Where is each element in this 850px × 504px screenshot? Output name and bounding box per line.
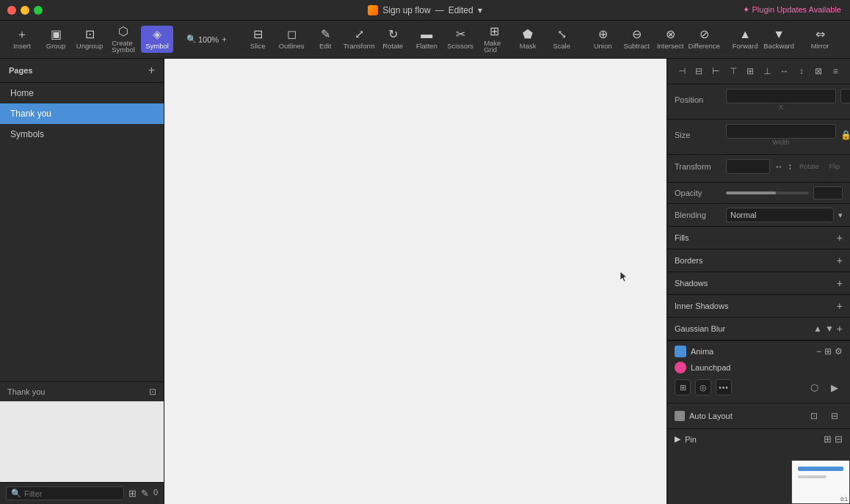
position-y-input[interactable] [840,89,850,103]
filter-input[interactable] [24,489,119,498]
pin-chevron[interactable]: ▶ [675,434,680,444]
align-right-button[interactable]: ⊢ [708,63,724,79]
toolbar-backward[interactable]: ▼ Backward [763,26,795,53]
page-item-home[interactable]: Home [0,83,164,103]
toolbar-ungroup[interactable]: ⊡ Ungroup [73,26,106,53]
title-chevron-icon[interactable]: ▾ [478,5,482,15]
launchpad-btn-1[interactable]: ⊞ [675,379,691,395]
plugin-updates-banner[interactable]: ✦ Plugin Updates Available [743,5,841,15]
toolbar-mask[interactable]: ⬟ Mask [512,26,544,53]
launchpad-header: Launchpad [675,362,843,373]
launchpad-more-btn[interactable]: ••• [716,379,732,395]
toolbar-zoom[interactable]: 🔍 100% ＋ [182,32,233,46]
blending-select[interactable]: Normal Multiply Screen Overlay [726,208,834,222]
size-lock-icon[interactable]: 🔒 [840,130,850,140]
tidy-button[interactable]: ⊠ [810,63,827,79]
opacity-input[interactable] [813,186,843,200]
al-icon2[interactable]: ⊟ [827,408,843,424]
gaussian-stepper-up[interactable]: ▲ [813,324,822,334]
align-left-button[interactable]: ⊣ [674,63,690,79]
toolbar-rotate[interactable]: ↻ Rotate [377,26,409,53]
page-item-symbols[interactable]: Symbols [0,124,164,145]
toolbar-mirror[interactable]: ⇔ Mirror [804,26,836,53]
toolbar-forward[interactable]: ▲ Forward [729,26,761,53]
toolbar-edit[interactable]: ✎ Edit [309,26,341,53]
borders-section-header[interactable]: Borders + [667,249,850,272]
anima-grid-icon[interactable]: ⊞ [824,346,832,357]
launchpad-launch-icon[interactable]: ▶ [827,379,843,395]
anima-icon [675,346,686,357]
opacity-row: Opacity [667,183,850,204]
page-item-thank-you[interactable]: Thank you [0,103,164,124]
align-bottom-button[interactable]: ⊥ [759,63,775,79]
toolbar-expand[interactable]: » [838,31,850,48]
borders-add-icon[interactable]: + [837,255,843,266]
fills-label: Fills [675,233,689,242]
position-label: Position [675,95,722,104]
anima-settings-icon[interactable]: ⚙ [835,346,843,357]
flip-v-icon[interactable]: ↕ [788,161,792,172]
spacing-button[interactable]: ≡ [827,63,843,79]
edit-layers-icon[interactable]: ✎ [141,488,149,499]
shadows-section-header[interactable]: Shadows + [667,272,850,295]
toolbar-flatten-label: Flatten [416,43,437,50]
grid-view-icon[interactable]: ⊞ [128,488,137,499]
opacity-slider[interactable] [726,191,809,194]
align-top-button[interactable]: ⊤ [725,63,741,79]
thumb-element-2 [798,475,827,478]
flatten-icon: ▬ [421,29,432,40]
transform-rotate-input[interactable] [726,159,770,174]
x-label: X [726,103,836,111]
toolbar-union[interactable]: ⊕ Union [586,26,619,53]
position-x-input[interactable] [726,89,836,103]
auto-layout-icon [675,411,685,421]
toolbar-flatten[interactable]: ▬ Flatten [410,26,443,53]
toolbar-scissors[interactable]: ✂ Scissors [444,26,476,53]
close-button[interactable] [7,6,16,15]
toolbar-intersect[interactable]: ⊗ Intersect [654,26,686,53]
gaussian-stepper-down[interactable]: ▼ [825,324,834,334]
toolbar-transform[interactable]: ⤢ Transform [343,26,375,53]
gaussian-add-icon[interactable]: + [837,323,843,335]
fills-add-icon[interactable]: + [837,232,843,244]
launchpad-btn-2[interactable]: ◎ [695,379,711,395]
align-center-h-button[interactable]: ⊟ [691,63,707,79]
shadows-add-icon[interactable]: + [837,277,843,289]
distribute-h-button[interactable]: ↔ [776,63,792,79]
toolbar-outlines[interactable]: ◻ Outlines [275,26,308,53]
launchpad-share-icon[interactable]: ⬡ [806,379,822,395]
minimize-button[interactable] [21,6,29,15]
toolbar-group[interactable]: ▣ Group [40,26,72,53]
toolbar-difference[interactable]: ⊘ Difference [688,26,720,53]
distribute-v-button[interactable]: ↕ [793,63,810,79]
title-separator: — [435,5,444,15]
layer-thumb-icon[interactable]: ⊡ [149,387,156,397]
flip-h-icon[interactable]: ↔ [774,161,783,172]
anima-plugin-section: Anima − ⊞ ⚙ Launchpad ⊞ ◎ ••• ⬡ ▶ [667,340,850,403]
toolbar-subtract[interactable]: ⊖ Subtract [620,26,653,53]
toolbar-forward-label: Forward [733,43,758,50]
al-icon1[interactable]: ⊡ [806,408,822,424]
fills-section-header[interactable]: Fills + [667,227,850,249]
toolbar-create-symbol[interactable]: ⬡ Create Symbol [107,23,139,56]
anima-minimize-icon[interactable]: − [816,346,821,357]
pin-icon-1[interactable]: ⊞ [824,434,832,445]
inner-shadows-add-icon[interactable]: + [837,300,843,312]
pin-icon-2[interactable]: ⊟ [835,434,843,445]
union-icon: ⊕ [598,29,608,40]
toolbar-insert[interactable]: ＋ Insert [6,26,38,53]
maximize-button[interactable] [34,6,43,15]
group-icon: ▣ [51,29,62,40]
blending-row: Blending Normal Multiply Screen Overlay … [667,204,850,227]
toolbar-scale[interactable]: ⤡ Scale [545,26,578,53]
add-page-button[interactable]: + [148,65,155,76]
canvas-area[interactable] [164,59,666,504]
thumb-element-1 [798,467,843,471]
toolbar-symbol[interactable]: ◈ Symbol [141,26,173,53]
anima-header: Anima − ⊞ ⚙ [675,346,843,357]
align-center-v-button[interactable]: ⊞ [742,63,758,79]
toolbar-make-grid[interactable]: ⊞ Make Grid [478,23,510,56]
inner-shadows-section-header[interactable]: Inner Shadows + [667,295,850,318]
size-width-input[interactable] [726,124,836,139]
toolbar-slice[interactable]: ⊟ Slice [241,26,274,53]
